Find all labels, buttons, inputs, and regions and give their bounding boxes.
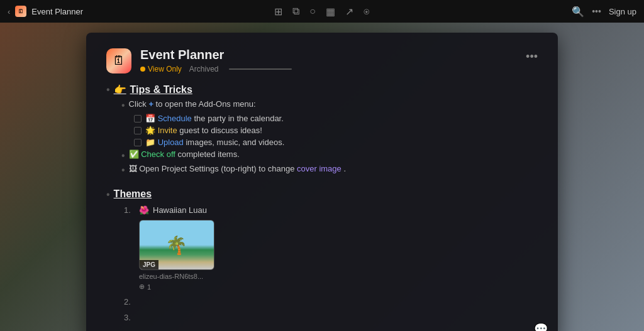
people-icon[interactable]: ⍟ bbox=[364, 6, 370, 17]
grid-icon[interactable]: ⊞ bbox=[274, 6, 282, 18]
hawaiian-label: 🌺 Hawaiian Luau bbox=[139, 205, 214, 215]
doc-title-area: Event Planner View Only Archived bbox=[140, 48, 292, 73]
tips-bullet: • bbox=[106, 84, 110, 95]
theme-item-3: 3. bbox=[124, 313, 538, 322]
back-arrow[interactable]: ‹ bbox=[8, 7, 10, 16]
view-only-badge: View Only bbox=[140, 65, 182, 73]
schedule-link[interactable]: Schedule bbox=[158, 114, 192, 123]
addon-sub-items: 📅 Schedule the party in the calendar. 🌟 … bbox=[134, 114, 538, 147]
schedule-checkbox[interactable] bbox=[134, 115, 142, 122]
schedule-emoji: 📅 bbox=[145, 114, 158, 123]
doc-body: • 👉 Tips & Tricks • Click + to open the … bbox=[86, 84, 558, 322]
theme-num-3: 3. bbox=[124, 313, 134, 322]
invite-checkbox[interactable] bbox=[134, 127, 142, 134]
doc-meta: View Only Archived bbox=[140, 65, 292, 73]
addon-text: to open the Add-Ons menu: bbox=[156, 99, 256, 109]
hawaiian-emoji: 🌺 bbox=[139, 205, 149, 215]
image-filename: elizeu-dias-RN6ts8... bbox=[139, 273, 214, 280]
invite-emoji: 🌟 bbox=[145, 126, 158, 135]
doc-title: Event Planner bbox=[140, 48, 292, 62]
invite-rest: guest to discuss ideas! bbox=[179, 126, 262, 135]
themes-section: • Themes 1. 🌺 Hawaiian Luau bbox=[106, 188, 538, 322]
theme-num-2: 2. bbox=[124, 297, 134, 307]
upload-checkbox[interactable] bbox=[134, 139, 142, 146]
cover-link[interactable]: cover image bbox=[297, 164, 341, 173]
app-icon-small: 🗓 bbox=[15, 6, 26, 17]
image-reactions[interactable]: ⊕ 1 bbox=[139, 283, 214, 291]
upload-rest: images, music, and videos. bbox=[186, 138, 284, 147]
check-off-item: • ✅ Check off completed items. bbox=[121, 149, 538, 161]
topbar: ‹ 🗓 Event Planner ⊞ ⧉ ○ ▦ ↗ ⍟ 🔍 ••• Sign… bbox=[0, 0, 644, 23]
circle-icon[interactable]: ○ bbox=[309, 6, 316, 17]
themes-bullet: • bbox=[106, 189, 110, 200]
cover-emoji: 🖼 bbox=[129, 164, 140, 173]
checkoff-emoji: ✅ bbox=[129, 149, 142, 159]
doc-app-icon: 🗓 bbox=[106, 48, 131, 73]
topbar-right: 🔍 ••• Sign up bbox=[572, 6, 636, 18]
tips-section: • 👉 Tips & Tricks • Click + to open the … bbox=[106, 84, 538, 176]
themes-heading: Themes bbox=[114, 188, 152, 200]
checkoff-bullet: • bbox=[121, 150, 125, 161]
doc-more-button[interactable]: ••• bbox=[526, 50, 538, 63]
archived-badge: Archived bbox=[189, 65, 219, 73]
project-text: Open Project Settings (top-right) to cha… bbox=[139, 164, 297, 173]
reaction-count: 1 bbox=[147, 283, 151, 291]
check-off-rest: completed items. bbox=[178, 149, 240, 159]
cover-image-item: • 🖼 Open Project Settings (top-right) to… bbox=[121, 164, 538, 176]
jpg-badge: JPG bbox=[140, 260, 158, 269]
main-content: 🗓 Event Planner View Only Archived ••• bbox=[0, 23, 644, 331]
upload-emoji: 📁 bbox=[145, 138, 158, 147]
document-card: 🗓 Event Planner View Only Archived ••• bbox=[86, 33, 558, 331]
search-icon[interactable]: 🔍 bbox=[572, 6, 584, 18]
upload-link[interactable]: Upload bbox=[158, 138, 184, 147]
themes-heading-item: • Themes bbox=[106, 188, 538, 200]
topbar-more-button[interactable]: ••• bbox=[592, 6, 601, 16]
theme-item-2: 2. bbox=[124, 297, 538, 307]
invite-item: 🌟 Invite guest to discuss ideas! bbox=[134, 126, 538, 135]
schedule-rest: the party in the calendar. bbox=[194, 114, 283, 123]
palm-tree-icon: 🌴 bbox=[165, 235, 187, 256]
comment-icon[interactable]: 💬 bbox=[534, 322, 548, 331]
click-bullet: • bbox=[121, 100, 125, 111]
duplicate-icon[interactable]: ⧉ bbox=[292, 6, 299, 17]
share-icon[interactable]: ↗ bbox=[345, 6, 353, 18]
invite-link[interactable]: Invite bbox=[158, 126, 177, 135]
upload-item: 📁 Upload images, music, and videos. bbox=[134, 138, 538, 147]
tips-heading: 👉 Tips & Tricks bbox=[114, 84, 192, 95]
click-instruction: • Click + to open the Add-Ons menu: bbox=[121, 99, 538, 111]
plus-icon: + bbox=[148, 99, 153, 109]
theme-num-1: 1. bbox=[124, 205, 134, 215]
table-icon[interactable]: ▦ bbox=[326, 6, 335, 18]
hawaiian-block: 🌺 Hawaiian Luau 🌴 JPG elizeu-dias-RN6ts8… bbox=[139, 205, 214, 291]
click-text: Click bbox=[129, 99, 149, 109]
tips-sub-items: • Click + to open the Add-Ons menu: bbox=[121, 99, 538, 176]
topbar-title: Event Planner bbox=[31, 7, 83, 16]
schedule-item: 📅 Schedule the party in the calendar. bbox=[134, 114, 538, 123]
image-thumbnail[interactable]: 🌴 JPG bbox=[139, 220, 214, 270]
reaction-icon[interactable]: ⊕ bbox=[139, 283, 145, 291]
separator-line bbox=[229, 68, 292, 70]
view-only-dot bbox=[140, 67, 145, 72]
image-block: 🌴 JPG elizeu-dias-RN6ts8... ⊕ 1 bbox=[139, 220, 214, 291]
check-off-link[interactable]: Check off bbox=[141, 149, 175, 159]
topbar-icons: ⊞ ⧉ ○ ▦ ↗ ⍟ bbox=[274, 6, 370, 18]
cover-bullet: • bbox=[121, 165, 125, 176]
tips-heading-item: • 👉 Tips & Tricks bbox=[106, 84, 538, 95]
theme-item-1: 1. 🌺 Hawaiian Luau 🌴 JPG bbox=[124, 205, 538, 291]
themes-list: 1. 🌺 Hawaiian Luau 🌴 JPG bbox=[124, 205, 538, 322]
hawaiian-text: Hawaiian Luau bbox=[153, 205, 207, 215]
signup-button[interactable]: Sign up bbox=[609, 7, 636, 16]
doc-header-left: 🗓 Event Planner View Only Archived bbox=[106, 48, 292, 73]
doc-header: 🗓 Event Planner View Only Archived ••• bbox=[86, 33, 558, 84]
